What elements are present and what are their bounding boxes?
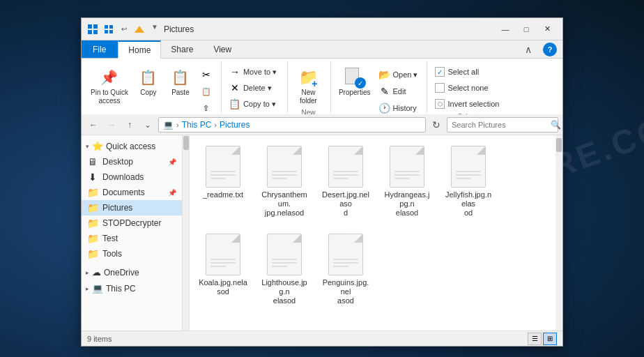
test-label: Test: [102, 234, 176, 243]
lighthouse-icon: [263, 234, 305, 275]
select-all-button[interactable]: Select all: [431, 64, 503, 79]
documents-icon: 📁: [87, 187, 98, 198]
sidebar-item-test[interactable]: 📁 Test: [82, 231, 182, 246]
sidebar-section-this-pc[interactable]: ▸ 💻 This PC: [82, 280, 182, 296]
copy-to-label: Copy to ▾: [243, 100, 276, 109]
tab-home[interactable]: Home: [118, 40, 161, 59]
cut-button[interactable]: ✂: [197, 67, 215, 82]
nav-bar: ← → ↑ ⌄ 💻 › This PC › Pictures ↻ 🔍: [82, 114, 562, 135]
new-group: 📁 + Newfolder New: [289, 61, 331, 113]
ribbon-tabs: File Home Share View ∧ ?: [82, 40, 562, 59]
search-input[interactable]: [452, 121, 548, 129]
quick-access-3-button[interactable]: [133, 23, 146, 36]
address-bar[interactable]: 💻 › This PC › Pictures: [158, 117, 426, 132]
minimize-button[interactable]: —: [496, 22, 515, 37]
help-button[interactable]: ?: [543, 43, 557, 56]
sidebar-section-onedrive[interactable]: ▸ ☁ OneDrive: [82, 264, 182, 280]
tab-file[interactable]: File: [82, 40, 118, 58]
onedrive-expand-icon: ▸: [86, 269, 89, 276]
file-item-jellyfish[interactable]: Jellyfish.jpg.nelasod: [440, 141, 496, 223]
sidebar-item-desktop[interactable]: 🖥 Desktop 📌: [82, 154, 182, 169]
move-to-button[interactable]: → Move to ▾: [226, 64, 282, 79]
file-explorer-window: MYANTISPYWARE.COM ↩ ▼ Pictures — □: [81, 17, 563, 347]
properties-button[interactable]: ✓ Properties: [335, 64, 374, 99]
select-all-label: Select all: [447, 68, 479, 76]
window-icon: [87, 24, 98, 35]
quick-access-2-button[interactable]: ↩: [118, 23, 130, 36]
sidebar-item-documents[interactable]: 📁 Documents 📌: [82, 185, 182, 200]
sidebar-item-downloads[interactable]: ⬇ Downloads: [82, 169, 182, 185]
up-button[interactable]: ↑: [122, 117, 137, 132]
window-title: Pictures: [164, 24, 496, 34]
tab-share[interactable]: Share: [161, 40, 204, 58]
paste-shortcut-button[interactable]: ⇧: [197, 100, 215, 116]
close-button[interactable]: ✕: [537, 22, 557, 37]
this-pc-expand-icon: ▸: [86, 285, 89, 292]
tab-view[interactable]: View: [204, 40, 242, 58]
ribbon-content: 📌 Pin to Quickaccess 📋 Copy 📋 Paste ✂: [82, 59, 562, 114]
back-button[interactable]: ←: [86, 117, 101, 132]
file-item-lighthouse[interactable]: Lighthouse.jpg.nelasod: [256, 229, 312, 311]
copy-path-button[interactable]: 📋: [197, 84, 215, 99]
lighthouse-name: Lighthouse.jpg.nelasod: [260, 278, 309, 306]
properties-label: Properties: [339, 89, 371, 97]
paste-label: Paste: [171, 89, 190, 97]
sidebar-item-tools[interactable]: 📁 Tools: [82, 246, 182, 261]
delete-label: Delete ▾: [243, 84, 272, 93]
address-pictures[interactable]: Pictures: [220, 120, 250, 130]
new-folder-icon: 📁 +: [297, 66, 319, 89]
sidebar: ▾ ⭐ Quick access 🖥 Desktop 📌 ⬇ Downloads…: [82, 135, 183, 331]
tools-icon: 📁: [87, 248, 98, 259]
svg-rect-1: [93, 24, 98, 29]
svg-rect-2: [88, 30, 92, 34]
invert-checkbox-icon: ⬡: [435, 99, 445, 109]
jellyfish-icon: [447, 146, 489, 188]
pin-button[interactable]: 📌 Pin to Quickaccess: [87, 64, 132, 107]
properties-icon: ✓: [344, 66, 366, 89]
address-separator-2: ›: [214, 121, 217, 129]
file-item-koala[interactable]: Koala.jpg.nelasod: [195, 229, 251, 311]
ribbon-toggle-icon[interactable]: ∧: [525, 44, 532, 55]
readme-icon: [202, 146, 244, 188]
search-bar[interactable]: 🔍: [447, 117, 558, 132]
new-folder-label: Newfolder: [300, 89, 317, 105]
forward-button[interactable]: →: [104, 117, 119, 132]
search-icon: 🔍: [551, 120, 561, 130]
file-item-hydrangeas[interactable]: Hydrangeas.jpg.nelasod: [379, 141, 435, 223]
penguins-name: Penguins.jpg.nelasod: [321, 278, 370, 306]
address-this-pc[interactable]: This PC: [182, 120, 212, 130]
large-icons-view-button[interactable]: ⊞: [543, 333, 557, 345]
select-none-button[interactable]: Select none: [431, 80, 503, 96]
sidebar-section-quick-access[interactable]: ▾ ⭐ Quick access: [82, 138, 182, 154]
file-scrollbar-thumb[interactable]: [556, 138, 562, 152]
maximize-button[interactable]: □: [516, 22, 536, 37]
file-item-readme[interactable]: _readme.txt: [195, 141, 251, 223]
delete-button[interactable]: ✕ Delete ▾: [226, 80, 282, 96]
invert-selection-button[interactable]: ⬡ Invert selection: [431, 96, 503, 112]
sidebar-item-stopd[interactable]: 📁 STOPDecrypter: [82, 215, 182, 231]
history-button[interactable]: 🕐 History: [376, 100, 422, 116]
copy-button[interactable]: 📋 Copy: [133, 64, 164, 99]
new-folder-button[interactable]: 📁 + Newfolder: [293, 64, 323, 107]
refresh-button[interactable]: ↻: [429, 117, 444, 132]
svg-rect-6: [105, 30, 108, 33]
open-button[interactable]: 📂 Open ▾: [376, 67, 422, 82]
file-item-penguins[interactable]: Penguins.jpg.nelasod: [318, 229, 374, 311]
scrollbar-thumb[interactable]: [183, 136, 189, 150]
desktop-label: Desktop: [102, 157, 164, 167]
edit-button[interactable]: ✎ Edit: [376, 84, 422, 99]
svg-rect-5: [109, 25, 113, 29]
quick-access-1-button[interactable]: [102, 23, 115, 36]
recent-locations-button[interactable]: ⌄: [140, 117, 155, 132]
paste-button[interactable]: 📋 Paste: [165, 64, 196, 99]
desert-name: Desert.jpg.nelasod: [321, 190, 370, 218]
documents-label: Documents: [102, 188, 164, 197]
koala-name: Koala.jpg.nelasod: [199, 278, 247, 296]
details-view-button[interactable]: ☰: [528, 333, 542, 345]
file-item-chrysanthemum[interactable]: Chrysanthemum.jpg.nelasod: [256, 141, 312, 223]
stopd-label: STOPDecrypter: [102, 218, 176, 228]
edit-icon: ✎: [379, 86, 390, 97]
file-item-desert[interactable]: Desert.jpg.nelasod: [318, 141, 374, 223]
sidebar-item-pictures[interactable]: 📁 Pictures: [82, 200, 182, 215]
copy-to-button[interactable]: 📋 Copy to ▾: [226, 96, 282, 112]
